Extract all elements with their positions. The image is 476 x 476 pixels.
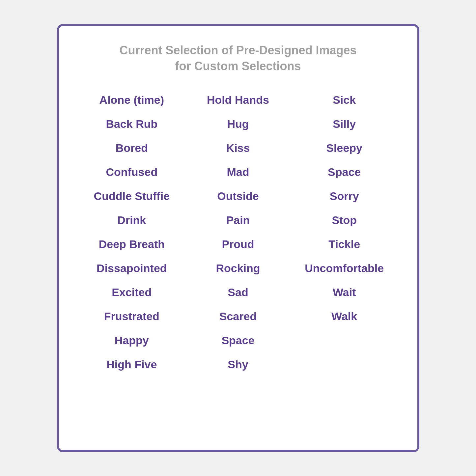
items-grid: Alone (time)Hold HandsSickBack RubHugSil… [79,91,398,374]
list-item: Silly [291,115,398,133]
list-item: Hold Hands [185,91,291,109]
list-item: Sleepy [291,139,398,157]
list-item: Confused [79,163,185,181]
list-item: Space [185,331,291,350]
list-item: Rocking [185,259,291,277]
list-item: Frustrated [79,307,185,325]
list-item: Back Rub [79,115,185,133]
list-item: Hug [185,115,291,133]
title-line1: Current Selection of Pre-Designed Images [119,43,356,57]
list-item: Dissapointed [79,259,185,277]
title-line2: for Custom Selections [175,59,301,73]
list-item: Stop [291,211,398,229]
list-item: Kiss [185,139,291,157]
list-item: Pain [185,211,291,229]
main-card: Current Selection of Pre-Designed Images… [57,24,419,452]
list-item: Sick [291,91,398,109]
list-item: Scared [185,307,291,325]
list-item: Bored [79,139,185,157]
list-item: High Five [79,355,185,374]
list-item: Excited [79,283,185,301]
list-item: Uncomfortable [291,259,398,277]
list-item: Proud [185,235,291,253]
list-item: Shy [185,355,291,374]
list-item: Space [291,163,398,181]
list-item: Outside [185,187,291,205]
list-item [291,331,398,350]
list-item: Walk [291,307,398,325]
list-item: Happy [79,331,185,350]
list-item: Deep Breath [79,235,185,253]
list-item: Wait [291,283,398,301]
list-item: Cuddle Stuffie [79,187,185,205]
list-item: Sad [185,283,291,301]
page-title: Current Selection of Pre-Designed Images… [79,42,398,74]
list-item: Drink [79,211,185,229]
list-item: Sorry [291,187,398,205]
list-item: Tickle [291,235,398,253]
list-item: Mad [185,163,291,181]
list-item: Alone (time) [79,91,185,109]
list-item [291,355,398,374]
